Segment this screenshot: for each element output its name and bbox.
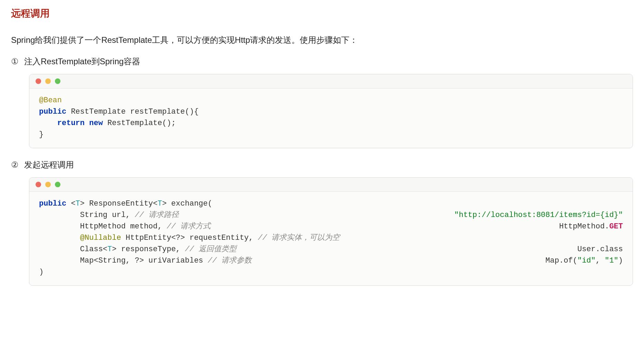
code-string: "1"	[605, 256, 618, 265]
code-comment: // 请求参数	[208, 256, 252, 265]
code-text: Class<	[80, 245, 107, 254]
code-comment: // 返回值类型	[185, 245, 237, 254]
code-text: )	[39, 268, 44, 276]
code-annotation: @Nullable	[80, 234, 121, 242]
code-text: HttpEntity<?> requestEntity,	[121, 234, 258, 242]
step-text: 注入RestTemplate到Spring容器	[24, 56, 140, 67]
code-content: @Bean public RestTemplate restTemplate()…	[29, 88, 633, 148]
code-text: RestTemplate();	[103, 119, 176, 127]
code-text: )	[618, 256, 623, 265]
code-string: "http://localhost:8081/items?id={id}"	[454, 211, 623, 219]
code-text: Map<String, ?> uriVariables	[80, 256, 208, 265]
code-type-param: T	[157, 199, 162, 208]
step-text: 发起远程调用	[24, 159, 74, 170]
code-comment: // 请求路径	[135, 211, 179, 219]
code-text: User.class	[577, 245, 623, 254]
maximize-icon	[55, 182, 60, 187]
step-number: ②	[11, 160, 19, 170]
code-text: ,	[596, 256, 605, 265]
code-text: String url,	[80, 211, 135, 219]
step-1: ① 注入RestTemplate到Spring容器	[11, 56, 633, 67]
code-keyword: new	[89, 119, 103, 127]
minimize-icon	[45, 182, 51, 187]
code-keyword: public	[39, 199, 66, 208]
code-block-1: @Bean public RestTemplate restTemplate()…	[29, 74, 633, 148]
window-header	[29, 178, 633, 192]
code-text: RestTemplate restTemplate(){	[66, 107, 199, 116]
code-text: > responseType,	[112, 245, 185, 254]
close-icon	[36, 182, 41, 187]
code-string: "id"	[577, 256, 596, 265]
close-icon	[36, 78, 41, 84]
code-text: }	[39, 130, 44, 139]
code-block-2: public <T> ResponseEntity<T> exchange( S…	[29, 177, 633, 286]
section-title: 远程调用	[11, 7, 633, 20]
code-text: HttpMethod.	[559, 222, 609, 231]
code-type-param: T	[107, 245, 112, 254]
code-content: public <T> ResponseEntity<T> exchange( S…	[29, 192, 633, 285]
step-number: ①	[11, 57, 19, 66]
code-text: > exchange(	[162, 199, 212, 208]
code-text	[39, 211, 80, 219]
window-header	[29, 74, 633, 88]
code-constant: GET	[609, 222, 623, 231]
step-2: ② 发起远程调用	[11, 159, 633, 170]
code-type-param: T	[76, 199, 80, 208]
code-text: <	[66, 199, 75, 208]
code-text	[39, 245, 80, 254]
code-annotation: @Bean	[39, 96, 62, 105]
code-text	[39, 222, 80, 231]
code-text: HttpMethod method,	[80, 222, 167, 231]
code-keyword: public	[39, 107, 66, 116]
code-text	[39, 256, 80, 265]
code-text: Map.of(	[546, 256, 577, 265]
code-comment: // 请求实体，可以为空	[258, 234, 340, 242]
minimize-icon	[45, 78, 51, 84]
section-description: Spring给我们提供了一个RestTemplate工具，可以方便的实现Http…	[11, 34, 633, 46]
maximize-icon	[55, 78, 60, 84]
code-text	[39, 234, 80, 242]
code-text: > ResponseEntity<	[80, 199, 157, 208]
code-comment: // 请求方式	[167, 222, 211, 231]
code-keyword: return	[57, 119, 85, 127]
